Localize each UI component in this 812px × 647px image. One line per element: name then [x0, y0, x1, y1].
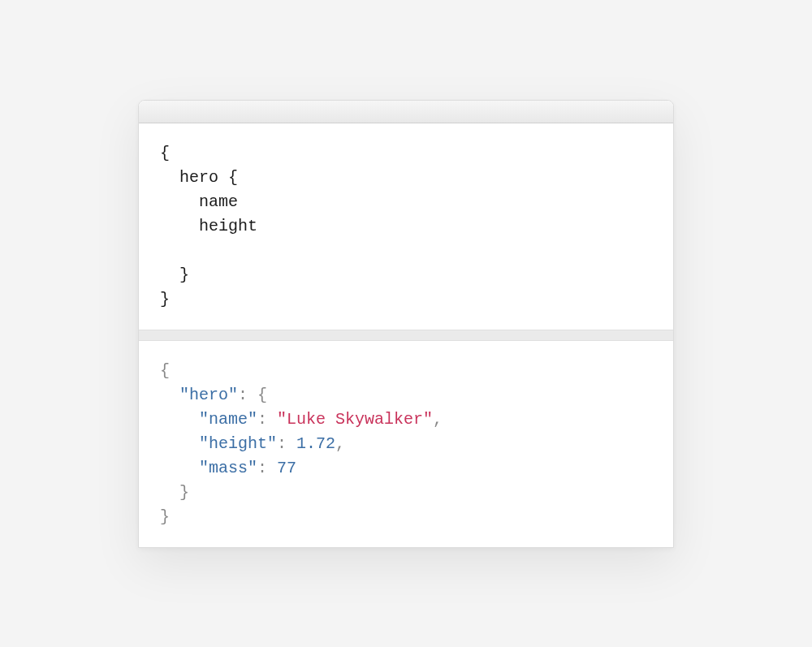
- graphql-query: { hero { name height } }: [160, 141, 652, 312]
- query-line: name: [160, 192, 238, 211]
- json-key: "height": [199, 434, 277, 453]
- json-number: 77: [277, 459, 296, 477]
- json-punct: :: [238, 386, 257, 404]
- response-pane[interactable]: { "hero": { "name": "Luke Skywalker", "h…: [139, 341, 673, 547]
- query-line: }: [160, 265, 189, 284]
- query-line: }: [160, 290, 170, 308]
- json-punct: :: [257, 459, 277, 477]
- json-punct: ,: [335, 434, 345, 453]
- json-response: { "hero": { "name": "Luke Skywalker", "h…: [160, 359, 652, 529]
- query-line: {: [160, 144, 170, 162]
- query-pane[interactable]: { hero { name height } }: [139, 123, 673, 330]
- json-string: "Luke Skywalker": [277, 410, 433, 429]
- json-brace: {: [160, 361, 170, 380]
- json-brace: }: [160, 507, 170, 526]
- json-key: "hero": [179, 386, 238, 404]
- json-punct: ,: [433, 410, 443, 429]
- json-brace: {: [257, 386, 267, 404]
- window-titlebar[interactable]: [139, 101, 673, 123]
- query-line: height: [160, 217, 257, 235]
- json-number: 1.72: [296, 434, 335, 453]
- json-key: "mass": [199, 459, 257, 477]
- code-window: { hero { name height } } { "hero": { "na…: [138, 100, 674, 548]
- json-punct: :: [257, 410, 277, 429]
- query-line: hero {: [160, 168, 238, 187]
- pane-divider: [139, 330, 673, 341]
- json-punct: :: [277, 434, 296, 453]
- json-brace: }: [179, 483, 189, 502]
- json-key: "name": [199, 410, 257, 429]
